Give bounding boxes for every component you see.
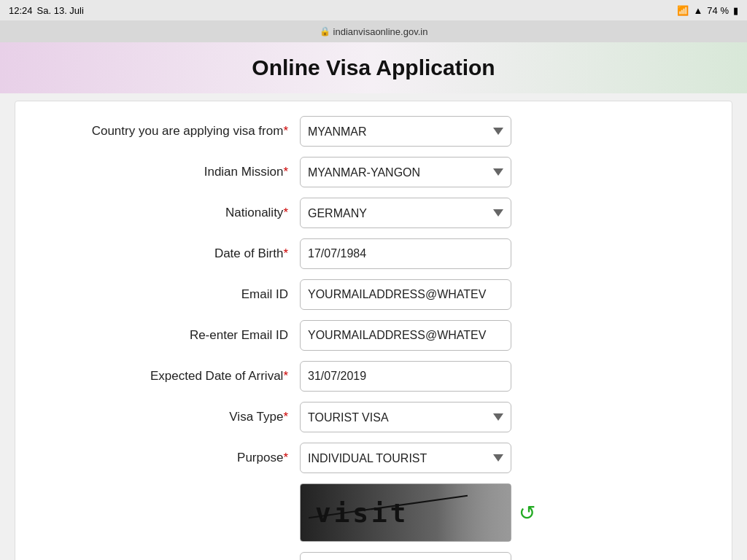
- email-row: Email ID: [37, 279, 710, 310]
- captcha-display-text: visit: [315, 498, 409, 528]
- visa-type-label: Visa Type*: [37, 410, 300, 424]
- visa-type-select[interactable]: TOURIST VISA BUSINESS VISA MEDICAL VISA: [300, 402, 511, 432]
- captcha-image: visit: [300, 483, 511, 542]
- captcha-wrap: visit ↺: [300, 483, 535, 542]
- status-left: 12:24 Sa. 13. Juli: [9, 5, 84, 16]
- nationality-control: GERMANY USA UK FRANCE: [300, 198, 710, 228]
- email-input[interactable]: [300, 279, 511, 310]
- nationality-label: Nationality*: [37, 206, 300, 220]
- purpose-label: Purpose*: [37, 451, 300, 465]
- dob-row: Date of Birth*: [37, 238, 710, 269]
- captcha-refresh-button[interactable]: ↺: [519, 501, 535, 525]
- arrival-label: Expected Date of Arrival*: [37, 369, 300, 384]
- lock-icon: 🔒: [320, 26, 330, 36]
- country-select[interactable]: MYANMAR INDIA USA UK: [300, 116, 511, 147]
- captcha-image-row: visit ↺: [37, 483, 710, 542]
- time: 12:24: [9, 5, 33, 16]
- page-title: Online Visa Application: [15, 55, 732, 80]
- battery-level: 74 %: [707, 5, 729, 16]
- main-content: Country you are applying visa from* MYAN…: [15, 101, 732, 560]
- country-control: MYANMAR INDIA USA UK: [300, 116, 710, 147]
- re-email-control: [300, 320, 710, 351]
- captcha-fade: [438, 484, 511, 541]
- arrival-row: Expected Date of Arrival*: [37, 361, 710, 392]
- page-header: Online Visa Application: [0, 42, 747, 93]
- date: Sa. 13. Juli: [37, 5, 84, 16]
- wifi-icon: 📶: [677, 5, 689, 16]
- purpose-row: Purpose* INDIVIDUAL TOURIST GROUP TOURIS…: [37, 443, 710, 473]
- url-text: indianvisaonline.gov.in: [333, 26, 428, 37]
- purpose-control: INDIVIDUAL TOURIST GROUP TOURIST: [300, 443, 710, 473]
- status-bar: 12:24 Sa. 13. Juli 📶 ▲ 74 % ▮: [0, 0, 747, 20]
- arrival-control: [300, 361, 710, 392]
- email-label: Email ID: [37, 287, 300, 302]
- arrival-input[interactable]: [300, 361, 511, 392]
- mission-label: Indian Mission*: [37, 165, 300, 179]
- re-email-input[interactable]: [300, 320, 511, 351]
- dob-control: [300, 238, 710, 269]
- country-label: Country you are applying visa from*: [37, 124, 300, 139]
- captcha-input-row: Please enter above text*: [37, 552, 710, 560]
- status-right: 📶 ▲ 74 % ▮: [677, 5, 738, 16]
- mission-control: MYANMAR-YANGON MYANMAR-MANDALAY: [300, 157, 710, 187]
- nationality-select[interactable]: GERMANY USA UK FRANCE: [300, 198, 511, 228]
- re-email-row: Re-enter Email ID: [37, 320, 710, 351]
- country-row: Country you are applying visa from* MYAN…: [37, 116, 710, 147]
- captcha-input[interactable]: [300, 552, 511, 560]
- dob-input[interactable]: [300, 238, 511, 269]
- battery-icon: ▮: [733, 5, 738, 16]
- nationality-row: Nationality* GERMANY USA UK FRANCE: [37, 198, 710, 228]
- re-email-label: Re-enter Email ID: [37, 328, 300, 343]
- dob-label: Date of Birth*: [37, 246, 300, 261]
- address-bar[interactable]: 🔒 indianvisaonline.gov.in: [0, 20, 747, 42]
- captcha-control: [300, 552, 710, 560]
- visa-type-control: TOURIST VISA BUSINESS VISA MEDICAL VISA: [300, 402, 710, 432]
- signal-icon: ▲: [693, 5, 703, 16]
- email-control: [300, 279, 710, 310]
- visa-type-row: Visa Type* TOURIST VISA BUSINESS VISA ME…: [37, 402, 710, 432]
- mission-select[interactable]: MYANMAR-YANGON MYANMAR-MANDALAY: [300, 157, 511, 187]
- mission-row: Indian Mission* MYANMAR-YANGON MYANMAR-M…: [37, 157, 710, 187]
- purpose-select[interactable]: INDIVIDUAL TOURIST GROUP TOURIST: [300, 443, 511, 473]
